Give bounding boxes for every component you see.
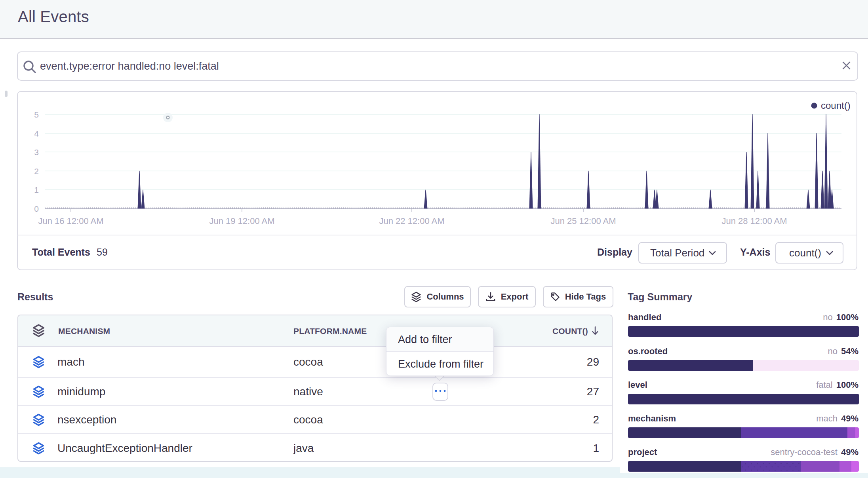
svg-text:5: 5 [34,110,39,119]
svg-text:Jun 16 12:00 AM: Jun 16 12:00 AM [38,216,103,226]
svg-text:Jun 28 12:00 AM: Jun 28 12:00 AM [721,216,787,226]
svg-text:Jun 22 12:00 AM: Jun 22 12:00 AM [379,216,444,226]
svg-text:Jun 25 12:00 AM: Jun 25 12:00 AM [550,216,616,226]
svg-text:Jun 19 12:00 AM: Jun 19 12:00 AM [209,216,274,226]
svg-text:count(): count() [821,100,851,111]
svg-text:1: 1 [34,185,39,194]
svg-text:2: 2 [34,167,39,176]
svg-text:0: 0 [34,204,39,213]
svg-text:3: 3 [34,148,39,157]
svg-text:4: 4 [34,129,39,138]
